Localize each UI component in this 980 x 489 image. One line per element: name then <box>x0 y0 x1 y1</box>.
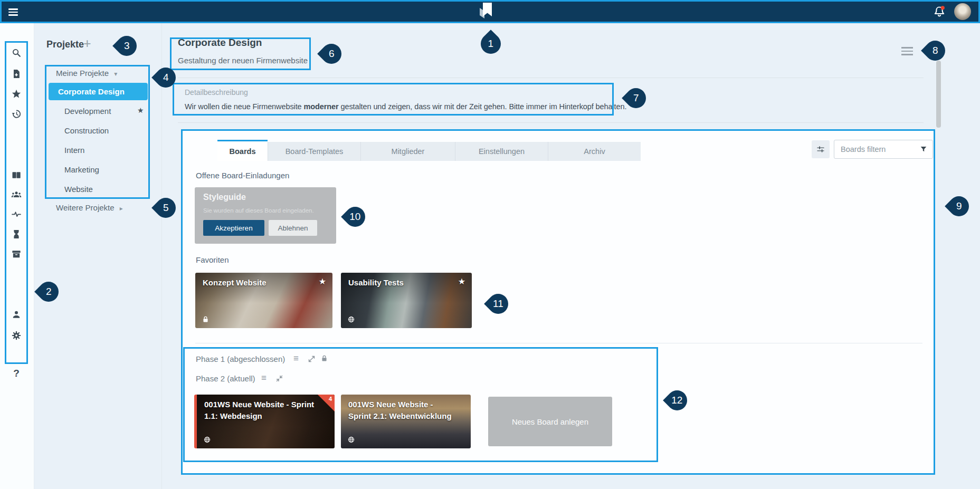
page-subtitle: Gestaltung der neuen Firmenwebsite <box>178 56 308 65</box>
globe-icon <box>203 436 211 444</box>
star-icon[interactable]: ★ <box>319 276 326 286</box>
detail-text-part: Wir wollen die neue Firmenwebsite <box>185 102 303 111</box>
accept-button[interactable]: Akzeptieren <box>203 220 264 236</box>
sidebar-item-corporate-design[interactable]: Corporate Design <box>49 83 148 100</box>
search-icon[interactable] <box>11 47 22 58</box>
status-badge: 4 <box>329 396 332 402</box>
callout-2: 2 <box>34 277 63 306</box>
invitation-card-styleguide: Styleguide Sie wurden auf dieses Board e… <box>195 187 336 244</box>
sidebar-item-construction[interactable]: Construction <box>64 126 109 135</box>
tab-label: Board-Templates <box>286 147 344 156</box>
notification-badge <box>941 6 945 9</box>
invitation-card-message: Sie wurden auf dieses Board eingeladen. <box>203 207 314 214</box>
menu-icon[interactable] <box>8 7 18 17</box>
detail-text-part: gestalten und zeigen, dass wir mit der Z… <box>339 102 627 111</box>
star-icon[interactable]: ★ <box>458 276 465 286</box>
tab-label: Einstellungen <box>479 147 525 156</box>
starred-icon[interactable]: ★ <box>137 106 144 114</box>
tab-mitglieder[interactable]: Mitglieder <box>360 142 455 161</box>
callout-8: 8 <box>921 36 949 65</box>
board-card-konzept-website[interactable]: Konzept Website ★ <box>195 273 332 328</box>
board-card-title: 001WS Neue Website - Sprint 1.1: Webdesi… <box>204 399 319 422</box>
tab-archiv[interactable]: Archiv <box>548 142 641 161</box>
invitations-heading: Offene Board-Einladungen <box>196 171 289 180</box>
divider <box>178 122 924 123</box>
board-menu-icon[interactable] <box>901 45 913 57</box>
profile-icon[interactable] <box>11 309 22 320</box>
project-item-label: Corporate Design <box>58 87 125 96</box>
add-project-button[interactable]: + <box>83 36 91 51</box>
decline-button[interactable]: Ablehnen <box>269 220 317 236</box>
sidebar-item-website[interactable]: Website <box>64 185 93 194</box>
add-board-label: Neues Board anlegen <box>512 417 588 426</box>
more-projects-label: Weitere Projekte <box>56 203 115 212</box>
globe-icon <box>347 436 355 444</box>
lock-icon <box>320 354 328 362</box>
sidebar-item-marketing[interactable]: Marketing <box>64 165 99 174</box>
tab-label: Mitglieder <box>392 147 425 156</box>
boards-columns-icon[interactable] <box>11 170 22 180</box>
callout-5: 5 <box>151 194 180 222</box>
sidebar-item-intern[interactable]: Intern <box>64 146 84 155</box>
notifications-bell-icon[interactable] <box>932 4 947 19</box>
phase-1-label: Phase 1 (abgeschlossen) <box>196 354 285 363</box>
callout-3: 3 <box>112 32 141 60</box>
top-bar <box>0 0 980 23</box>
board-card-title: 001WS Neue Website - Sprint 2.1: Webentw… <box>348 399 456 422</box>
tab-label: Boards <box>230 147 256 156</box>
user-avatar[interactable] <box>954 3 971 20</box>
tab-board-templates[interactable]: Board-Templates <box>268 142 360 161</box>
help-icon[interactable]: ? <box>11 368 22 378</box>
divider <box>178 78 924 78</box>
collapse-icon[interactable] <box>275 375 283 382</box>
project-item-label: Website <box>64 185 93 194</box>
expand-icon[interactable] <box>308 355 316 363</box>
more-projects-toggle[interactable]: Weitere Projekte ▸ <box>56 203 123 212</box>
filter-funnel-icon[interactable] <box>919 145 928 154</box>
callout-1: 1 <box>477 30 505 58</box>
favorites-heading: Favoriten <box>196 255 229 264</box>
phase-2-label: Phase 2 (aktuell) <box>196 374 255 383</box>
project-group-header[interactable]: Meine Projekte ▾ <box>56 69 117 78</box>
archive-icon[interactable] <box>11 249 22 260</box>
favorites-star-icon[interactable] <box>11 89 22 99</box>
projects-panel-title: Projekte <box>46 39 84 50</box>
history-icon[interactable] <box>11 109 22 119</box>
tab-einstellungen[interactable]: Einstellungen <box>455 142 548 161</box>
tab-boards[interactable]: Boards <box>217 140 268 161</box>
new-document-icon[interactable] <box>11 69 22 79</box>
page-title: Corporate Design <box>178 37 262 49</box>
chevron-down-icon: ▾ <box>114 70 117 78</box>
phase-menu-icon[interactable]: ≡ <box>293 353 299 364</box>
chevron-right-icon: ▸ <box>120 205 123 212</box>
activity-icon[interactable] <box>11 209 22 219</box>
callout-9: 9 <box>945 192 973 220</box>
detail-text-bold: moderner <box>303 102 338 111</box>
panel-divider <box>161 23 162 489</box>
add-board-card[interactable]: Neues Board anlegen <box>488 397 612 446</box>
board-card-title: Usability Tests <box>348 277 404 289</box>
time-tracking-hourglass-icon[interactable] <box>11 229 22 239</box>
detail-description-label: Detailbeschreibung <box>185 88 248 97</box>
sidebar-item-development[interactable]: Development <box>64 107 111 116</box>
divider <box>195 343 922 343</box>
filter-input-wrap <box>834 140 933 159</box>
lock-icon <box>202 315 210 323</box>
board-card-title: Konzept Website <box>203 277 267 289</box>
settings-gear-icon[interactable] <box>11 330 22 341</box>
icon-rail: ? <box>0 23 34 489</box>
team-icon[interactable] <box>11 189 22 200</box>
boards-filter-input[interactable] <box>834 140 933 159</box>
project-item-label: Development <box>64 107 111 116</box>
view-options-button[interactable] <box>812 140 830 158</box>
board-card-usability-tests[interactable]: Usability Tests ★ <box>341 273 472 328</box>
logo-icon[interactable] <box>478 2 495 24</box>
board-card-sprint-webdesign[interactable]: 001WS Neue Website - Sprint 1.1: Webdesi… <box>194 395 335 448</box>
phase-menu-icon[interactable]: ≡ <box>261 373 267 383</box>
callout-6: 6 <box>317 40 346 68</box>
callout-4: 4 <box>151 63 180 92</box>
project-item-label: Intern <box>64 146 84 155</box>
scrollbar-thumb[interactable] <box>936 61 941 128</box>
project-group-label: Meine Projekte <box>56 69 109 78</box>
board-card-sprint-webentwicklung[interactable]: 001WS Neue Website - Sprint 2.1: Webentw… <box>341 395 471 448</box>
